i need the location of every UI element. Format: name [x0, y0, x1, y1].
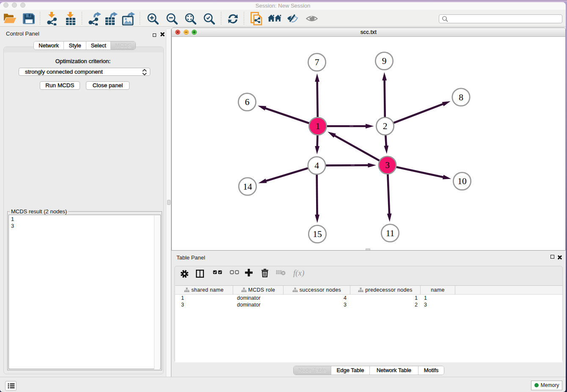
svg-text:1: 1 [316, 121, 320, 131]
svg-text:14: 14 [243, 182, 252, 192]
svg-text:4: 4 [314, 160, 319, 171]
svg-text:9: 9 [382, 56, 387, 66]
svg-text:11: 11 [386, 228, 395, 238]
svg-text:10: 10 [457, 176, 467, 186]
svg-text:2: 2 [383, 121, 388, 131]
svg-text:8: 8 [459, 92, 463, 102]
svg-text:3: 3 [385, 160, 390, 170]
svg-text:6: 6 [245, 97, 250, 107]
svg-text:7: 7 [315, 57, 319, 67]
svg-text:15: 15 [313, 229, 322, 239]
